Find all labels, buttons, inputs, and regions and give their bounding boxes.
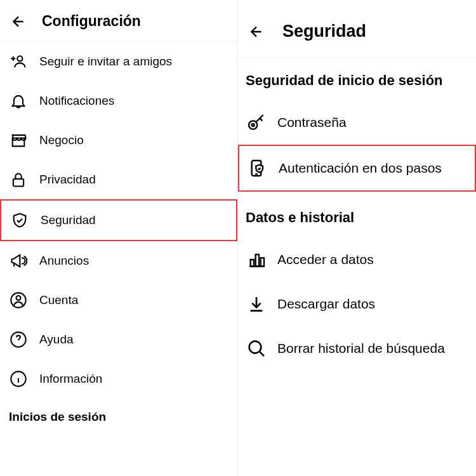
settings-header: Configuración xyxy=(0,0,237,42)
menu-item-info[interactable]: Información xyxy=(0,359,237,399)
menu-label: Notificaciones xyxy=(39,94,114,108)
menu-label: Descargar datos xyxy=(277,296,375,312)
settings-panel: Configuración Seguir e invitar a amigos … xyxy=(0,0,238,476)
menu-item-privacy[interactable]: Privacidad xyxy=(0,160,237,199)
menu-item-ads[interactable]: Anuncios xyxy=(0,241,237,281)
menu-item-password[interactable]: Contraseña xyxy=(238,100,476,145)
shield-check-icon xyxy=(10,211,29,230)
svg-point-7 xyxy=(252,124,255,126)
menu-label: Privacidad xyxy=(39,173,96,187)
lock-icon xyxy=(9,170,28,189)
menu-label: Información xyxy=(39,372,102,386)
menu-item-business[interactable]: Negocio xyxy=(0,121,237,160)
svg-rect-1 xyxy=(13,179,23,187)
menu-item-clear-history[interactable]: Borrar historial de búsqueda xyxy=(238,326,476,371)
security-panel: Seguridad Seguridad de inicio de sesión … xyxy=(238,0,476,476)
bar-chart-icon xyxy=(246,249,267,270)
menu-item-account[interactable]: Cuenta xyxy=(0,281,237,320)
menu-item-download-data[interactable]: Descargar datos xyxy=(238,282,476,326)
menu-label: Seguir e invitar a amigos xyxy=(39,55,172,69)
search-icon xyxy=(246,338,267,359)
back-arrow-icon[interactable] xyxy=(248,23,265,40)
phone-shield-icon xyxy=(247,157,268,179)
menu-item-follow-invite[interactable]: Seguir e invitar a amigos xyxy=(0,42,237,81)
back-arrow-icon[interactable] xyxy=(10,13,27,30)
bell-icon xyxy=(9,91,28,110)
menu-label: Contraseña xyxy=(277,115,347,130)
section-logins: Inicios de sesión xyxy=(0,399,237,430)
menu-label: Autenticación en dos pasos xyxy=(279,161,442,176)
menu-label: Borrar historial de búsqueda xyxy=(277,341,445,356)
menu-label: Anuncios xyxy=(39,254,89,268)
svg-point-3 xyxy=(17,296,21,300)
user-circle-icon xyxy=(9,291,28,310)
shop-icon xyxy=(9,131,28,150)
svg-rect-10 xyxy=(256,255,259,267)
info-circle-icon xyxy=(9,369,28,388)
menu-label: Ayuda xyxy=(39,333,74,347)
section-data-history: Datos e historial xyxy=(238,192,476,237)
add-person-icon xyxy=(9,52,28,71)
menu-label: Negocio xyxy=(39,133,84,147)
section-login-security: Seguridad de inicio de sesión xyxy=(238,58,476,100)
svg-rect-11 xyxy=(261,258,264,266)
menu-item-security[interactable]: Seguridad xyxy=(0,199,237,241)
megaphone-icon xyxy=(9,251,28,270)
svg-point-0 xyxy=(17,56,22,61)
key-icon xyxy=(246,112,267,133)
security-header: Seguridad xyxy=(238,0,476,58)
page-title: Configuración xyxy=(42,13,141,30)
page-title: Seguridad xyxy=(282,22,366,41)
menu-item-two-factor[interactable]: Autenticación en dos pasos xyxy=(238,145,476,192)
menu-item-help[interactable]: Ayuda xyxy=(0,320,237,359)
svg-rect-9 xyxy=(251,260,254,267)
menu-label: Acceder a datos xyxy=(277,252,374,267)
menu-label: Seguridad xyxy=(41,213,96,227)
download-icon xyxy=(246,293,267,315)
help-circle-icon xyxy=(9,330,28,349)
menu-label: Cuenta xyxy=(39,293,78,307)
svg-point-12 xyxy=(249,341,261,354)
menu-item-notifications[interactable]: Notificaciones xyxy=(0,81,237,121)
menu-item-access-data[interactable]: Acceder a datos xyxy=(238,237,476,282)
